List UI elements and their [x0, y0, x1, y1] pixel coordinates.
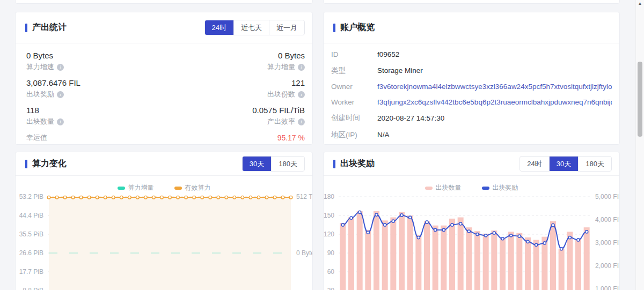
info-icon[interactable]: i: [57, 64, 64, 71]
svg-text:35.5 PiB: 35.5 PiB: [19, 230, 43, 238]
legend-swatch: [174, 187, 182, 190]
panel-title: 产出统计: [32, 22, 67, 33]
tab-7d[interactable]: 近七天: [233, 20, 269, 35]
account-row-id: ID f09652: [331, 50, 612, 58]
tab-1m[interactable]: 近一月: [269, 20, 304, 35]
scrollbar-up-arrow[interactable]: ▲: [636, 1, 644, 6]
panel-account-overview: 账户概览 ID f09652 类型 Storage Miner Owner f3…: [323, 12, 620, 145]
previous-card-partial-right: [323, 0, 620, 4]
stat-luck-value: 幸运值 95.17 %: [26, 133, 305, 143]
svg-text:1,000 FIL: 1,000 FIL: [595, 285, 620, 290]
stat-hashrate-increment: 0 Bytes 算力增量i: [267, 51, 305, 72]
info-icon[interactable]: i: [298, 118, 305, 125]
account-row-created: 创建时间 2020-08-27 14:57:30: [331, 113, 612, 123]
svg-text:26.6 PiB: 26.6 PiB: [19, 249, 43, 257]
power-title: 算力变化: [25, 158, 67, 169]
legend-swatch: [118, 187, 125, 190]
reward-header: 出块奖励 24时 30天 180天: [324, 152, 619, 176]
reward-bar-line-chart: 1801501209060305,000 FIL4,000 FIL3,000 F…: [324, 194, 620, 290]
reward-range-tabs: 24时 30天 180天: [519, 156, 612, 172]
output-stats-body: 0 Bytes 算力增速i 0 Bytes 算力增量i 3,087.6476 F…: [16, 43, 312, 143]
title-accent-bar: [25, 160, 27, 168]
account-title: 账户概览: [333, 22, 375, 33]
previous-card-partial-left: [15, 0, 313, 4]
legend-block-reward[interactable]: 出块奖励: [482, 183, 518, 192]
account-row-worker: Worker f3qfjungx2xc6qzsflv442tbc6e5bq6p2…: [331, 98, 612, 106]
svg-text:150: 150: [324, 212, 334, 219]
legend-hashrate-increment[interactable]: 算力增量: [118, 183, 154, 192]
reward-chart-legend: 出块数量 出块奖励: [324, 176, 619, 194]
svg-text:5,000 FIL: 5,000 FIL: [595, 194, 620, 200]
stat-block-count: 118 出块数量i: [26, 106, 64, 127]
svg-text:2,000 FIL: 2,000 FIL: [595, 262, 620, 270]
hashrate-line-chart: 53.2 PiB44.4 PiB35.5 PiB26.6 PiB17.7 PiB…: [16, 194, 312, 290]
panel-output-stats: 产出统计 24时 近七天 近一月 0 Bytes 算力增速i 0 Bytes 算…: [15, 12, 313, 145]
title-accent-bar: [333, 160, 335, 168]
svg-text:60: 60: [327, 268, 335, 276]
scrollbar[interactable]: ▲: [635, 0, 644, 290]
output-range-tabs: 24时 近七天 近一月: [204, 20, 305, 35]
scrollbar-thumb[interactable]: [638, 62, 642, 137]
title-accent-bar: [25, 24, 27, 32]
info-icon[interactable]: i: [298, 91, 305, 98]
info-icon[interactable]: i: [57, 118, 64, 125]
tab-30d[interactable]: 30天: [243, 157, 271, 171]
legend-swatch: [425, 187, 433, 190]
svg-text:180: 180: [324, 194, 334, 200]
account-row-region: 地区(IP) N/A: [331, 130, 612, 140]
power-chart-legend: 算力增量 有效算力: [16, 176, 312, 194]
tab-30d[interactable]: 30天: [549, 157, 578, 171]
tab-180d[interactable]: 180天: [271, 157, 304, 171]
legend-block-count[interactable]: 出块数量: [425, 183, 462, 192]
account-body: ID f09652 类型 Storage Miner Owner f3v6tor…: [324, 43, 619, 140]
stat-row: 118 出块数量i 0.0575 FIL/TiB 产出效率i: [26, 106, 305, 127]
output-header: 产出统计 24时 近七天 近一月: [16, 12, 312, 43]
tab-180d[interactable]: 180天: [578, 157, 611, 171]
tab-24h[interactable]: 24时: [205, 20, 233, 35]
account-row-type: 类型 Storage Miner: [331, 66, 612, 76]
panel-hashrate-change: 算力变化 30天 180天 算力增量 有效算力 53.2 PiB44.4 PiB…: [15, 152, 313, 290]
stat-row: 0 Bytes 算力增速i 0 Bytes 算力增量i: [26, 51, 305, 72]
stat-hashrate-growth-speed: 0 Bytes 算力增速i: [26, 51, 64, 72]
svg-text:8.8 PiB: 8.8 PiB: [23, 287, 43, 290]
legend-swatch: [482, 187, 489, 190]
svg-text:90: 90: [327, 249, 335, 257]
reward-title: 出块奖励: [333, 158, 375, 169]
account-row-owner: Owner f3v6torekjnowma4l4elzbwwctsye3xzl3…: [331, 83, 612, 91]
stat-block-shares: 121 出块份数i: [267, 78, 305, 99]
stat-output-efficiency: 0.0575 FIL/TiB 产出效率i: [252, 106, 305, 127]
svg-text:512 TiB: 512 TiB: [296, 194, 312, 200]
worker-address-link[interactable]: f3qfjungx2xc6qzsflv442tbc6e5bq6p2t3ruaeo…: [377, 98, 612, 106]
title-accent-bar: [333, 24, 335, 32]
luck-percentage: 95.17 %: [277, 133, 305, 142]
power-range-tabs: 30天 180天: [242, 156, 305, 172]
info-icon[interactable]: i: [298, 64, 305, 71]
info-icon[interactable]: i: [57, 91, 64, 98]
power-header: 算力变化 30天 180天: [16, 152, 312, 176]
svg-text:44.4 PiB: 44.4 PiB: [19, 212, 43, 219]
svg-text:120: 120: [324, 230, 334, 238]
account-header: 账户概览: [324, 12, 619, 43]
svg-text:3,000 FIL: 3,000 FIL: [595, 239, 620, 247]
stat-block-reward: 3,087.6476 FIL 出块奖励i: [26, 78, 80, 99]
panel-title: 算力变化: [32, 158, 67, 169]
stat-row: 3,087.6476 FIL 出块奖励i 121 出块份数i: [26, 78, 305, 99]
tab-24h[interactable]: 24时: [520, 157, 548, 171]
panel-block-rewards: 出块奖励 24时 30天 180天 出块数量 出块奖励 180150120906…: [323, 152, 620, 290]
legend-effective-hashrate[interactable]: 有效算力: [174, 183, 211, 192]
panel-title: 账户概览: [340, 22, 375, 33]
output-title: 产出统计: [25, 22, 67, 33]
svg-text:17.7 PiB: 17.7 PiB: [19, 268, 43, 276]
svg-text:4,000 FIL: 4,000 FIL: [595, 216, 620, 224]
svg-text:0 Bytes: 0 Bytes: [296, 249, 312, 257]
svg-text:30: 30: [327, 287, 335, 290]
panel-title: 出块奖励: [340, 158, 375, 169]
svg-text:53.2 PiB: 53.2 PiB: [19, 194, 43, 200]
owner-address-link[interactable]: f3v6torekjnowma4l4elzbwwctsye3xzl366aw24…: [377, 83, 612, 91]
